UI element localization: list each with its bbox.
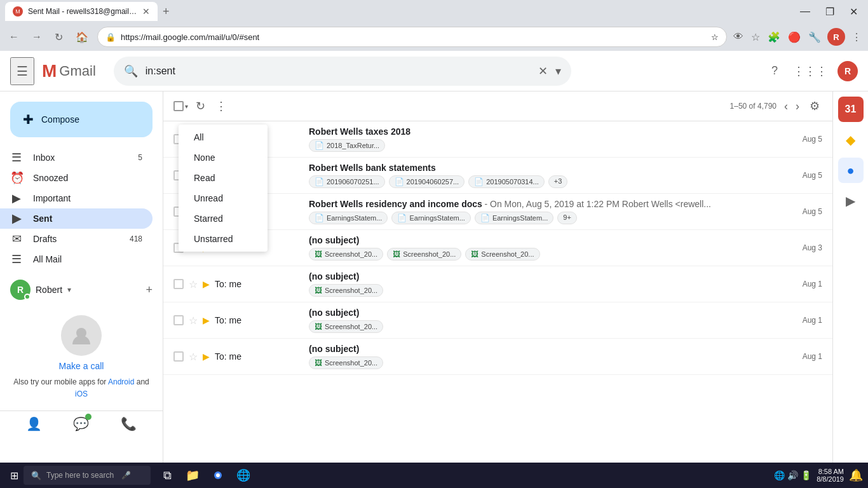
taskbar-chrome[interactable]	[207, 464, 229, 487]
star-icon[interactable]: ☆	[189, 315, 198, 327]
hamburger-menu-button[interactable]: ☰	[10, 57, 34, 85]
ios-link[interactable]: iOS	[75, 390, 88, 398]
next-page-button[interactable]: ›	[793, 97, 802, 116]
attachment-chip[interactable]: 📄 201905070314...	[468, 175, 545, 188]
make-call-section: Make a call Also try our mobile apps for…	[0, 305, 163, 410]
eye-icon-btn[interactable]: 👁	[732, 30, 745, 44]
email-checkbox[interactable]	[173, 315, 184, 325]
dropdown-item-none[interactable]: None	[179, 147, 268, 168]
make-call-link[interactable]: Make a call	[10, 361, 153, 371]
settings-button[interactable]: ⚙	[807, 97, 822, 116]
star-icon[interactable]: ☆	[189, 278, 198, 290]
user-avatar[interactable]: R	[10, 280, 31, 300]
attachment-chip[interactable]: 🖼 Screenshot_20...	[309, 284, 383, 297]
start-button[interactable]: ⊞	[5, 467, 24, 484]
help-button[interactable]: ?	[766, 59, 783, 83]
phone-icon[interactable]: 📞	[121, 416, 137, 431]
compose-button[interactable]: ✚ Compose	[10, 102, 153, 137]
active-tab[interactable]: M Sent Mail - rewells318@gmail.co ✕	[5, 2, 158, 21]
star-icon-btn[interactable]: ☆	[750, 30, 761, 44]
email-row[interactable]: ☆ ▶ To: me (no subject) 🖼 Screenshot_20.…	[163, 266, 832, 302]
search-input[interactable]	[146, 65, 531, 77]
attachment-chip[interactable]: 📄 EarningsStatem...	[309, 212, 388, 224]
close-button[interactable]: ✕	[844, 4, 863, 19]
forward-button[interactable]: →	[28, 29, 46, 45]
sidebar-item-drafts[interactable]: ✉ Drafts 418	[0, 229, 153, 249]
image-icon: 🖼	[471, 250, 478, 259]
more-options-button[interactable]: ⋮	[213, 97, 229, 116]
chat-icon[interactable]: 💬	[73, 416, 89, 431]
new-tab-button[interactable]: +	[160, 3, 172, 21]
android-link[interactable]: Android	[108, 377, 134, 386]
email-row[interactable]: ☆ ▶ To: me (no subject) 🖼 Screenshot_20.…	[163, 339, 832, 375]
select-all-checkbox[interactable]	[173, 101, 184, 111]
expand-icon[interactable]: ▶	[838, 188, 864, 214]
calendar-widget[interactable]: 31	[838, 97, 864, 122]
add-user-button[interactable]: +	[146, 283, 153, 297]
extension2-icon-btn[interactable]: 🔴	[787, 30, 802, 44]
attachment-chip[interactable]: 📄 2018_TaxRetur...	[309, 139, 385, 152]
extension3-icon-btn[interactable]: 🔧	[807, 30, 822, 44]
bookmark-icon[interactable]: ☆	[711, 32, 719, 42]
tasks-icon[interactable]: ●	[838, 158, 864, 183]
attachment-chip[interactable]: 📄 EarningsStatem...	[391, 212, 470, 224]
tab-close-button[interactable]: ✕	[142, 6, 150, 17]
user-chevron-icon[interactable]: ▾	[67, 285, 71, 294]
email-sender: To: me	[215, 351, 304, 362]
volume-icon[interactable]: 🔊	[787, 470, 798, 480]
taskbar-file-explorer[interactable]: 📁	[181, 464, 204, 487]
email-checkbox[interactable]	[173, 351, 184, 362]
microphone-icon[interactable]: 🎤	[121, 471, 131, 480]
apps-button[interactable]: ⋮⋮⋮	[788, 59, 832, 83]
battery-icon[interactable]: 🔋	[801, 470, 811, 480]
star-icon[interactable]: ☆	[189, 351, 198, 363]
extension-icon-btn[interactable]: 🧩	[766, 30, 782, 44]
prev-page-button[interactable]: ‹	[782, 97, 790, 116]
home-button[interactable]: 🏠	[72, 29, 92, 46]
select-dropdown-arrow[interactable]: ▾	[185, 103, 188, 110]
sidebar-item-snoozed[interactable]: ⏰ Snoozed	[0, 168, 153, 188]
gmail-header: ☰ M Gmail 🔍 ✕ ▾ ? ⋮⋮⋮ R	[0, 51, 868, 92]
maximize-button[interactable]: ❐	[820, 4, 839, 19]
address-bar[interactable]: 🔒 https://mail.google.com/mail/u/0/#sent…	[97, 27, 727, 47]
attachment-chip[interactable]: 🖼 Screenshot_20...	[387, 248, 461, 261]
attachment-chip[interactable]: 📄 EarningsStatem...	[475, 212, 553, 224]
taskbar-edge[interactable]: 🌐	[232, 464, 255, 487]
keep-icon[interactable]: ◆	[838, 127, 864, 152]
sidebar-item-inbox[interactable]: ☰ Inbox 5	[0, 147, 153, 168]
search-options-icon[interactable]: ▾	[555, 64, 561, 78]
dropdown-item-starred[interactable]: Starred	[179, 208, 268, 229]
taskbar-search[interactable]: 🔍 Type here to search 🎤	[24, 466, 151, 485]
attachment-chip[interactable]: 🖼 Screenshot_20...	[309, 320, 383, 333]
attachment-name: 201906070251...	[327, 178, 379, 186]
header-profile-avatar[interactable]: R	[837, 61, 858, 81]
dropdown-item-unstarred[interactable]: Unstarred	[179, 229, 268, 249]
chrome-menu-button[interactable]: ⋮	[850, 30, 863, 44]
attachment-chip[interactable]: 🖼 Screenshot_20...	[309, 356, 383, 369]
dropdown-item-all[interactable]: All	[179, 127, 268, 147]
browser-profile-avatar[interactable]: R	[827, 28, 845, 46]
right-strip: 31 ◆ ● ▶	[832, 92, 868, 488]
sidebar-item-important[interactable]: ▶ Important	[0, 188, 153, 208]
dropdown-item-read[interactable]: Read	[179, 168, 268, 188]
taskbar-clock[interactable]: 8:58 AM 8/8/2019	[817, 468, 844, 483]
refresh-button[interactable]: ↻	[193, 97, 208, 116]
reload-button[interactable]: ↻	[51, 29, 67, 46]
sidebar-item-all-mail[interactable]: ☰ All Mail	[0, 249, 153, 269]
email-checkbox[interactable]	[173, 279, 184, 289]
email-row[interactable]: ☆ ▶ To: me (no subject) 🖼 Screenshot_20.…	[163, 302, 832, 339]
attachment-chip[interactable]: 🖼 Screenshot_20...	[309, 248, 383, 261]
back-button[interactable]: ←	[5, 29, 23, 45]
search-bar[interactable]: 🔍 ✕ ▾	[114, 57, 571, 86]
action-center-icon[interactable]: 🔔	[849, 468, 863, 482]
contacts-icon[interactable]: 👤	[26, 416, 42, 431]
sidebar-item-sent[interactable]: ▶ Sent	[0, 208, 153, 229]
dropdown-item-unread[interactable]: Unread	[179, 188, 268, 208]
attachment-chip[interactable]: 📄 201906070251...	[309, 175, 385, 188]
minimize-button[interactable]: —	[795, 4, 815, 18]
search-clear-icon[interactable]: ✕	[538, 64, 548, 78]
attachment-chip[interactable]: 📄 201904060257...	[389, 175, 465, 188]
task-view-button[interactable]: ⧉	[156, 464, 179, 487]
attachment-chip[interactable]: 🖼 Screenshot_20...	[465, 248, 539, 261]
network-icon[interactable]: 🌐	[774, 470, 785, 480]
